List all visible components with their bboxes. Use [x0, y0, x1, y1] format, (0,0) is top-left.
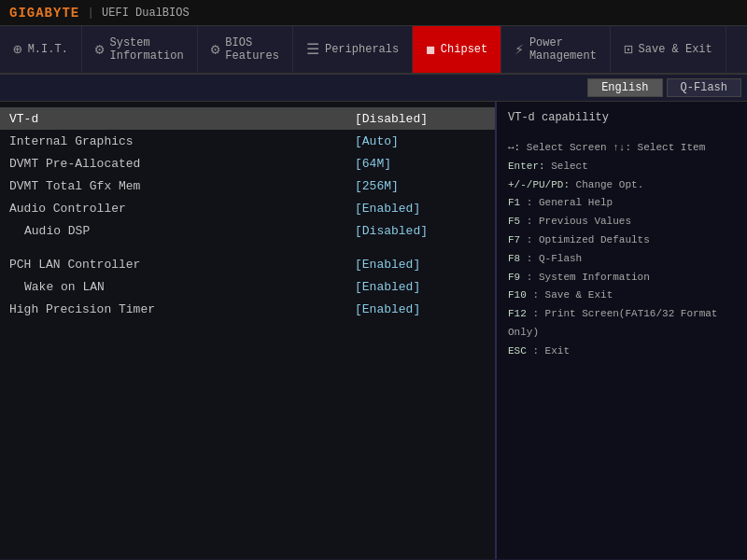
menu-row[interactable]: Wake on LAN[Enabled] — [0, 275, 495, 298]
key-description: Select — [545, 161, 588, 172]
menu-row[interactable]: DVMT Total Gfx Mem[256M] — [0, 175, 495, 197]
nav-icon-mit: ⊕ — [13, 40, 22, 59]
key-description: : Previous Values — [520, 216, 631, 227]
nav-text-bios-features: BIOS Features — [225, 36, 279, 63]
key-hint: F5 : Previous Values — [508, 213, 736, 231]
key-label: F1 — [508, 197, 520, 208]
menu-row[interactable]: VT-d[Disabled] — [0, 107, 495, 130]
key-description: Change Opt. — [570, 179, 643, 190]
nav-icon-save-exit: ⊡ — [624, 40, 633, 59]
menu-item-value: [256M] — [355, 179, 486, 193]
menu-row[interactable]: Audio DSP[Disabled] — [0, 219, 495, 242]
key-description: : Save & Exit — [527, 289, 613, 301]
key-hint: F1 : General Help — [508, 194, 736, 213]
nav-item-chipset[interactable]: ◼ Chipset — [413, 26, 501, 73]
menu-item-label: Audio DSP — [9, 224, 355, 238]
english-button[interactable]: English — [587, 78, 662, 97]
key-hint: ↔: Select Screen ↑↓: Select Item — [508, 139, 736, 158]
key-label: F10 — [508, 289, 527, 301]
menu-item-label: Internal Graphics — [9, 134, 355, 148]
menu-item-label: PCH LAN Controller — [9, 258, 355, 272]
bios-header: GIGABYTE | UEFI DualBIOS — [0, 0, 747, 26]
key-description: Select Screen ↑↓: Select Item — [520, 142, 705, 153]
nav-text-save-exit: Save & Exit — [639, 43, 712, 56]
key-hint: F7 : Optimized Defaults — [508, 231, 736, 250]
key-hint: +/-/PU/PD: Change Opt. — [508, 176, 736, 195]
menu-item-label: DVMT Pre-Allocated — [9, 157, 355, 171]
nav-item-power-mgmt[interactable]: ⚡ Power Management — [501, 26, 611, 73]
key-description: : Q-Flash — [520, 253, 582, 264]
key-label: Enter: — [508, 161, 545, 172]
nav-text-peripherals: Peripherals — [325, 43, 399, 56]
menu-item-label: Audio Controller — [9, 202, 355, 216]
key-hint: Enter: Select — [508, 158, 736, 176]
key-hint: ESC : Exit — [508, 343, 736, 361]
nav-item-save-exit[interactable]: ⊡ Save & Exit — [611, 26, 726, 73]
key-hint: F8 : Q-Flash — [508, 250, 736, 269]
menu-item-value: [Auto] — [355, 134, 486, 148]
nav-item-bios-features[interactable]: ⚙ BIOS Features — [198, 26, 293, 73]
key-hint: F10 : Save & Exit — [508, 287, 736, 305]
menu-item-value: [64M] — [355, 157, 486, 171]
key-label: +/-/PU/PD: — [508, 179, 570, 190]
nav-icon-chipset: ◼ — [426, 40, 435, 59]
key-description: : Print Screen(FAT16/32 Format Only) — [508, 308, 717, 338]
menu-row[interactable]: PCH LAN Controller[Enabled] — [0, 253, 495, 275]
menu-item-label: DVMT Total Gfx Mem — [9, 179, 355, 193]
nav-text-system-info: System Information — [110, 36, 184, 63]
menu-row[interactable]: DVMT Pre-Allocated[64M] — [0, 152, 495, 175]
sub-nav: English Q-Flash — [0, 75, 747, 102]
nav-item-peripherals[interactable]: ☰ Peripherals — [293, 26, 413, 73]
key-description: : Exit — [527, 345, 570, 357]
nav-bar: ⊕ M.I.T. ⚙ System Information ⚙ BIOS Fea… — [0, 26, 747, 75]
nav-text-power-mgmt: Power Management — [529, 36, 597, 63]
help-title: VT-d capability — [508, 111, 736, 124]
key-help: ↔: Select Screen ↑↓: Select ItemEnter: S… — [508, 139, 736, 361]
uefi-label: UEFI DualBIOS — [102, 7, 190, 20]
menu-item-label: Wake on LAN — [9, 280, 355, 294]
menu-row[interactable] — [0, 242, 495, 253]
brand-name: GIGABYTE — [9, 6, 79, 21]
key-label: F9 — [508, 272, 520, 283]
nav-text-mit: M.I.T. — [28, 43, 68, 56]
menu-item-label: High Precision Timer — [9, 302, 355, 316]
qflash-button[interactable]: Q-Flash — [667, 78, 741, 97]
nav-item-system-info[interactable]: ⚙ System Information — [82, 26, 198, 73]
nav-icon-system-info: ⚙ — [95, 40, 105, 59]
menu-item-value: [Disabled] — [355, 112, 486, 126]
key-label: F8 — [508, 253, 520, 264]
nav-icon-peripherals: ☰ — [306, 40, 319, 59]
menu-row[interactable]: High Precision Timer[Enabled] — [0, 298, 495, 320]
key-label: F7 — [508, 234, 520, 245]
nav-text-chipset: Chipset — [441, 43, 487, 56]
key-label: ESC — [508, 345, 527, 357]
menu-item-value: [Enabled] — [355, 280, 486, 294]
key-label: F12 — [508, 308, 527, 319]
menu-item-value: [Enabled] — [355, 302, 486, 316]
menu-panel: VT-d[Disabled]Internal Graphics[Auto]DVM… — [0, 102, 495, 559]
nav-icon-power-mgmt: ⚡ — [514, 40, 524, 59]
help-panel: VT-d capability ↔: Select Screen ↑↓: Sel… — [495, 102, 747, 559]
menu-row[interactable]: Audio Controller[Enabled] — [0, 197, 495, 219]
menu-item-value: [Disabled] — [355, 224, 486, 238]
nav-icon-bios-features: ⚙ — [211, 40, 220, 59]
key-description: : Optimized Defaults — [520, 234, 650, 245]
brand-divider: | — [87, 6, 94, 20]
menu-item-value: [Enabled] — [355, 258, 486, 272]
nav-item-mit[interactable]: ⊕ M.I.T. — [0, 26, 82, 73]
key-label: ↔: — [508, 142, 520, 153]
menu-item-value: [Enabled] — [355, 202, 486, 216]
menu-row[interactable]: Internal Graphics[Auto] — [0, 130, 495, 152]
key-hint: F12 : Print Screen(FAT16/32 Format Only) — [508, 305, 736, 343]
main-content: VT-d[Disabled]Internal Graphics[Auto]DVM… — [0, 102, 747, 559]
key-label: F5 — [508, 216, 520, 227]
menu-item-label: VT-d — [9, 112, 355, 126]
key-description: : System Information — [520, 272, 650, 283]
key-hint: F9 : System Information — [508, 269, 736, 287]
key-description: : General Help — [520, 197, 613, 208]
